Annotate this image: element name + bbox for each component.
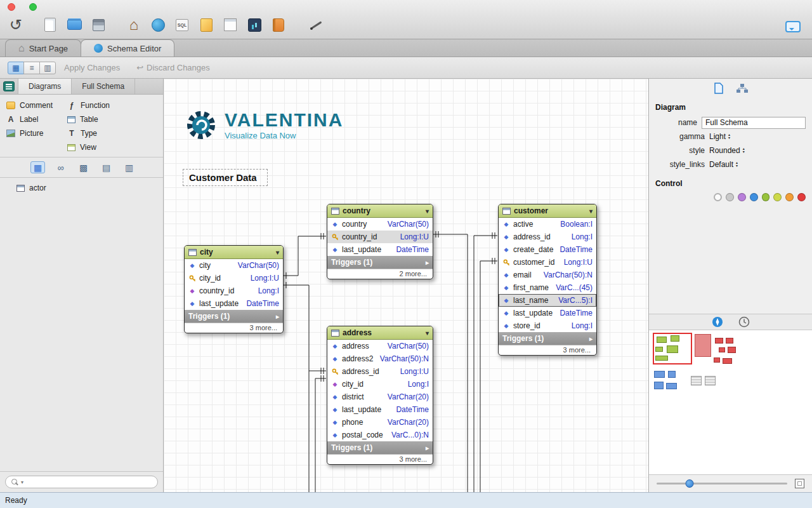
more-fields-link[interactable]: 2 more... [327, 269, 433, 279]
collapse-caret-icon[interactable]: ▾ [426, 208, 429, 215]
columns-mode-icon[interactable]: ▥ [122, 161, 136, 173]
field-row-store_id[interactable]: ◆store_idLong:I [499, 319, 596, 332]
field-row-address_id[interactable]: ◆address_idLong:I [499, 231, 596, 243]
field-row-city_id[interactable]: ◆city_idLong:I [327, 378, 433, 391]
columns-view-button[interactable]: ▥ [39, 62, 56, 74]
field-row-postal_code[interactable]: ◆postal_codeVarC...0):N [327, 429, 433, 441]
field-row-create_date[interactable]: ◆create_dateDateTime [499, 243, 596, 256]
color-dot-gray[interactable] [726, 193, 734, 201]
zoom-slider-thumb[interactable] [685, 479, 693, 488]
diagram-canvas[interactable]: VALENTINA Visualize Data Now Customer Da… [164, 79, 648, 492]
field-row-last_update[interactable]: ◆last_updateDateTime [499, 307, 596, 319]
color-dot-red[interactable] [797, 193, 806, 201]
diagram-label-customer-data[interactable]: Customer Data [183, 169, 268, 186]
palette-item-picture[interactable]: Picture [6, 129, 67, 138]
entity-table-address[interactable]: address▾◆addressVarChar(50)◆address2VarC… [327, 326, 433, 465]
search-box[interactable]: ▾ [5, 476, 158, 488]
zoom-fit-icon[interactable] [795, 479, 804, 488]
sql-editor-icon[interactable] [173, 14, 192, 36]
field-row-first_name[interactable]: ◆first_nameVarC...(45) [499, 281, 596, 294]
book-icon[interactable] [269, 14, 288, 36]
compass-icon[interactable] [712, 316, 723, 328]
more-fields-link[interactable]: 3 more... [185, 323, 283, 333]
entity-header[interactable]: customer▾ [499, 204, 596, 218]
tree-item-actor[interactable]: actor [0, 182, 163, 194]
gamma-select[interactable]: Light▴▾ [709, 132, 730, 141]
field-row-address_id[interactable]: address_idLong:I:U [327, 365, 433, 378]
triggers-row[interactable]: Triggers (1)▸ [327, 441, 433, 454]
field-row-last_update[interactable]: ◆last_updateDateTime [327, 403, 433, 416]
field-row-country_id[interactable]: ◆country_idLong:I [185, 284, 283, 297]
field-row-active[interactable]: ◆activeBoolean:I [499, 218, 596, 231]
palette-item-type[interactable]: TType [67, 129, 110, 138]
field-row-city_id[interactable]: city_idLong:I:U [185, 272, 283, 284]
zoom-window-button[interactable] [29, 3, 37, 11]
filter-menu-icon[interactable] [3, 81, 15, 91]
entity-table-customer[interactable]: customer▾◆activeBoolean:I◆address_idLong… [498, 204, 597, 356]
new-document-icon[interactable] [41, 14, 60, 36]
more-fields-link[interactable]: 3 more... [327, 454, 433, 464]
minimap-viewport[interactable] [653, 333, 692, 364]
field-row-last_update[interactable]: ◆last_updateDateTime [185, 297, 283, 310]
search-input[interactable] [26, 478, 152, 486]
discard-changes-button[interactable]: ↩ Discard Changes [136, 63, 210, 72]
palette-item-label[interactable]: ALabel [6, 115, 67, 124]
apply-changes-button[interactable]: Apply Changes [64, 63, 120, 72]
field-row-country[interactable]: ◆countryVarChar(50) [327, 218, 433, 231]
field-row-address2[interactable]: ◆address2VarChar(50):N [327, 352, 433, 365]
diagram-view-button[interactable]: ▦ [8, 62, 24, 74]
palette-item-table[interactable]: Table [67, 115, 110, 124]
tab-schema-editor[interactable]: Schema Editor [81, 39, 174, 57]
grid-mode-icon[interactable]: ▩ [76, 161, 91, 173]
collapse-caret-icon[interactable]: ▾ [276, 249, 279, 256]
forms-icon[interactable] [221, 14, 240, 36]
field-row-customer_id[interactable]: customer_idLong:I:U [499, 256, 596, 269]
sidebar-tab-full-schema[interactable]: Full Schema [71, 79, 135, 94]
zoom-slider[interactable] [657, 483, 787, 485]
palette-item-view[interactable]: View [67, 143, 110, 152]
entity-header[interactable]: address▾ [327, 326, 433, 340]
report-editor-icon[interactable] [197, 14, 216, 36]
triggers-row[interactable]: Triggers (1)▸ [499, 332, 596, 345]
entity-header[interactable]: country▾ [327, 204, 433, 218]
field-row-email[interactable]: ◆emailVarChar(50):N [499, 269, 596, 281]
entity-table-country[interactable]: country▾◆countryVarChar(50)country_idLon… [327, 204, 433, 279]
probe-icon[interactable] [307, 14, 326, 36]
field-row-city[interactable]: ◆cityVarChar(50) [185, 259, 283, 272]
field-row-last_update[interactable]: ◆last_updateDateTime [327, 243, 433, 256]
triggers-row[interactable]: Triggers (1)▸ [327, 256, 433, 269]
field-row-last_name[interactable]: ◆last_nameVarC...5):I [499, 294, 596, 307]
feedback-bubble-icon[interactable] [785, 20, 801, 33]
collapse-caret-icon[interactable]: ▾ [426, 330, 429, 337]
close-window-button[interactable] [8, 3, 15, 11]
table-mode-icon[interactable]: ▦ [30, 161, 45, 173]
color-dot-yellow-green[interactable] [773, 193, 782, 201]
color-dot-orange[interactable] [785, 193, 794, 201]
palette-item-function[interactable]: ƒFunction [67, 101, 110, 110]
more-fields-link[interactable]: 3 more... [499, 345, 596, 355]
palette-item-comment[interactable]: Comment [6, 101, 67, 110]
sidebar-tab-diagrams[interactable]: Diagrams [18, 79, 72, 94]
table-view-button[interactable]: ≡ [23, 62, 40, 74]
entity-header[interactable]: city▾ [185, 246, 283, 259]
home-icon[interactable] [124, 14, 143, 36]
style-select[interactable]: Rounded▴▾ [709, 146, 745, 155]
link-mode-icon[interactable]: ∞ [53, 161, 68, 173]
tab-start-page[interactable]: Start Page [5, 39, 81, 57]
diagram-tree[interactable]: actor [0, 178, 163, 471]
undo-icon[interactable] [6, 14, 25, 36]
properties-page-icon[interactable] [714, 83, 724, 94]
field-row-address[interactable]: ◆addressVarChar(50) [327, 340, 433, 352]
search-options-chevron-icon[interactable]: ▾ [21, 479, 23, 485]
diagram-minimap[interactable] [649, 330, 812, 475]
entity-table-city[interactable]: city▾◆cityVarChar(50)city_idLong:I:U◆cou… [184, 245, 284, 333]
recent-clock-icon[interactable] [738, 316, 750, 328]
structure-tree-icon[interactable] [737, 83, 748, 93]
schema-editor-icon[interactable] [148, 14, 167, 36]
field-row-phone[interactable]: ◆phoneVarChar(20) [327, 416, 433, 429]
diagram-name-input[interactable] [702, 117, 806, 129]
chart-icon[interactable] [245, 14, 264, 36]
triggers-row[interactable]: Triggers (1)▸ [185, 310, 283, 323]
color-dot-blue[interactable] [750, 193, 758, 201]
collapse-caret-icon[interactable]: ▾ [589, 208, 593, 215]
